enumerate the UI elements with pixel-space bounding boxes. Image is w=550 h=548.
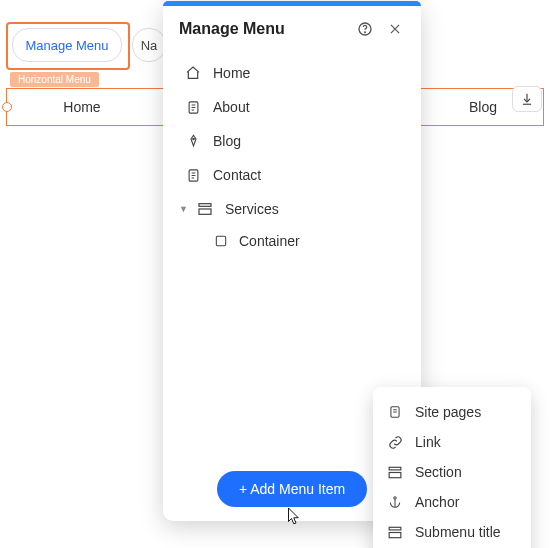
hm-item-blog[interactable]: Blog <box>453 99 513 115</box>
flyout-item-link[interactable]: Link <box>373 427 531 457</box>
menu-item-label: Home <box>213 65 250 81</box>
svg-rect-10 <box>389 472 401 477</box>
svg-rect-7 <box>216 236 225 245</box>
section-icon <box>197 202 213 216</box>
menu-item-about[interactable]: About <box>175 90 413 124</box>
square-icon <box>213 234 229 248</box>
svg-point-1 <box>365 32 366 33</box>
manage-menu-label: Manage Menu <box>25 38 108 53</box>
horizontal-menu-badge: Horizontal Menu <box>10 72 99 87</box>
flyout-item-label: Submenu title <box>415 524 501 540</box>
flyout-item-label: Link <box>415 434 441 450</box>
svg-rect-12 <box>389 527 401 530</box>
menu-item-label: Services <box>225 201 279 217</box>
home-icon <box>185 65 201 81</box>
menu-item-label: Blog <box>213 133 241 149</box>
menu-item-services[interactable]: ▼ Services <box>175 192 413 226</box>
download-icon <box>520 92 534 106</box>
manage-menu-button[interactable]: Manage Menu <box>12 28 122 62</box>
menu-subitem-container[interactable]: Container <box>175 226 413 256</box>
chevron-down-icon[interactable]: ▼ <box>179 204 189 214</box>
page-icon <box>185 168 201 183</box>
submenu-icon <box>387 526 403 539</box>
svg-point-11 <box>394 497 396 499</box>
navigate-label: Na <box>141 38 158 53</box>
download-button[interactable] <box>512 86 542 112</box>
svg-rect-5 <box>199 204 211 207</box>
svg-rect-9 <box>389 467 401 470</box>
help-icon[interactable] <box>355 21 375 37</box>
menu-item-label: Contact <box>213 167 261 183</box>
page-icon <box>185 100 201 115</box>
hm-resize-handle[interactable] <box>2 102 12 112</box>
flyout-item-submenu-title[interactable]: Submenu title <box>373 517 531 547</box>
anchor-icon <box>387 495 403 509</box>
page-icon <box>387 405 403 419</box>
menu-item-label: About <box>213 99 250 115</box>
menu-item-blog[interactable]: Blog <box>175 124 413 158</box>
menu-list: Home About Blog Contact ▼ Services <box>163 48 421 256</box>
add-menu-item-button[interactable]: + Add Menu Item <box>217 471 367 507</box>
link-icon <box>387 435 403 450</box>
menu-subitem-label: Container <box>239 233 300 249</box>
flyout-item-anchor[interactable]: Anchor <box>373 487 531 517</box>
flyout-item-site-pages[interactable]: Site pages <box>373 397 531 427</box>
svg-rect-6 <box>199 209 211 214</box>
pen-icon <box>185 134 201 149</box>
hm-item-home[interactable]: Home <box>7 99 157 115</box>
flyout-item-label: Site pages <box>415 404 481 420</box>
close-icon[interactable] <box>385 22 405 36</box>
add-menu-item-label: + Add Menu Item <box>239 481 345 497</box>
menu-item-home[interactable]: Home <box>175 56 413 90</box>
flyout-item-label: Section <box>415 464 462 480</box>
navigate-button[interactable]: Na <box>132 28 166 62</box>
panel-header: Manage Menu <box>163 6 421 48</box>
svg-rect-13 <box>389 532 401 537</box>
section-icon <box>387 466 403 479</box>
flyout-item-section[interactable]: Section <box>373 457 531 487</box>
add-item-flyout: Site pages Link Section Anchor Submenu t… <box>373 387 531 548</box>
panel-title: Manage Menu <box>179 20 355 38</box>
menu-item-contact[interactable]: Contact <box>175 158 413 192</box>
flyout-item-label: Anchor <box>415 494 459 510</box>
svg-point-3 <box>192 138 194 140</box>
